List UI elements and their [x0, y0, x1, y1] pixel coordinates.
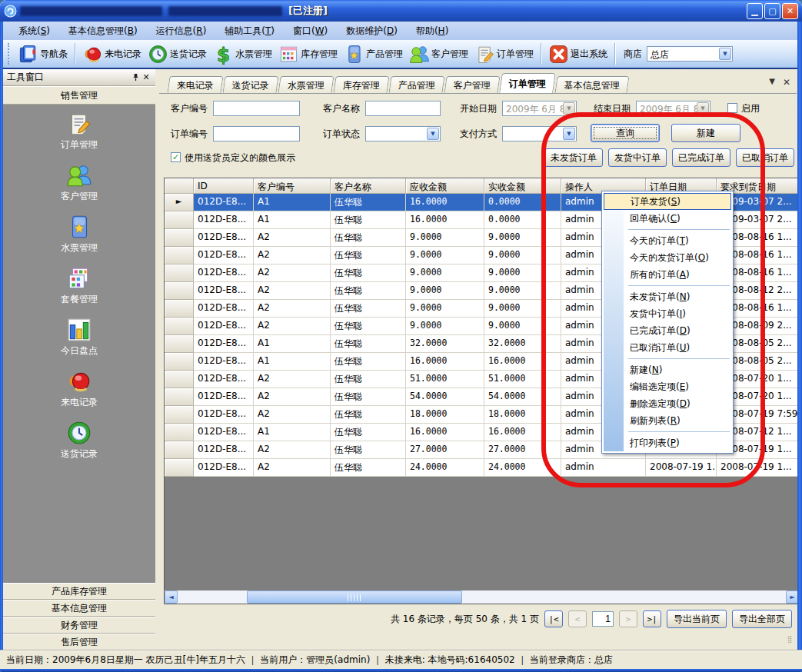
row-selector[interactable]: [165, 441, 194, 459]
close-button[interactable]: ✕: [782, 3, 798, 19]
menubar-item[interactable]: 系统(S): [9, 22, 59, 40]
menubar-item[interactable]: 帮助(H): [407, 22, 458, 40]
pay-method-select[interactable]: ▼: [502, 126, 577, 141]
end-date-picker[interactable]: 2009年 6月 8日 ▼: [636, 101, 710, 116]
first-page-button[interactable]: |<: [544, 610, 563, 627]
context-menu-item[interactable]: 未发货订单(N): [604, 288, 731, 305]
context-menu-item[interactable]: 回单确认(C): [604, 210, 731, 227]
row-selector[interactable]: ►: [165, 194, 194, 211]
pin-icon[interactable]: [130, 72, 141, 83]
tab-3[interactable]: 水票管理: [278, 76, 334, 93]
tab-5[interactable]: 产品管理: [388, 76, 444, 93]
row-selector[interactable]: [165, 318, 194, 335]
chevron-down-icon[interactable]: ▼: [563, 102, 575, 115]
sidebar-section[interactable]: 财务管理: [3, 617, 155, 634]
minimize-button[interactable]: ▁: [747, 3, 763, 19]
export-current-page-button[interactable]: 导出当前页: [667, 610, 727, 628]
toolbar-button-1[interactable]: 导航条: [15, 42, 71, 66]
row-selector[interactable]: [165, 353, 194, 371]
chevron-down-icon[interactable]: ▼: [427, 128, 439, 140]
toolbar-button-3[interactable]: 送货记录: [145, 42, 210, 66]
row-selector[interactable]: [165, 229, 194, 247]
export-all-pages-button[interactable]: 导出全部页: [732, 610, 792, 628]
new-button[interactable]: 新建: [671, 124, 740, 142]
menubar-item[interactable]: 运行信息(R): [147, 22, 216, 40]
chevron-down-icon[interactable]: ▼: [719, 48, 731, 60]
sidebar-section[interactable]: 产品库存管理: [3, 583, 155, 600]
toolbar-button-6[interactable]: 产品管理: [341, 42, 406, 66]
grid-column-header[interactable]: 客户编号: [254, 178, 331, 194]
maximize-button[interactable]: ▢: [764, 3, 780, 19]
order-no-input[interactable]: [213, 126, 300, 141]
context-menu-item[interactable]: 新建(N): [604, 361, 731, 378]
sidebar-item[interactable]: 今日盘点: [61, 317, 98, 358]
row-selector[interactable]: [165, 300, 194, 318]
status-filter-button-3[interactable]: 已完成订单: [672, 148, 730, 167]
tab-2[interactable]: 送货记录: [222, 76, 278, 93]
chevron-down-icon[interactable]: ▼: [563, 128, 575, 140]
status-filter-button-4[interactable]: 已取消订单: [736, 148, 794, 167]
context-menu-item[interactable]: 今天的发货订单(O): [604, 249, 731, 266]
menubar-item[interactable]: 辅助工具(T): [215, 22, 284, 40]
context-menu-item[interactable]: 已完成订单(D): [604, 322, 731, 339]
table-row[interactable]: 012D-E8...A2伍华聪24.000024.0000admin2008-0…: [165, 459, 800, 477]
context-menu-item[interactable]: 订单发货(S): [604, 193, 731, 210]
context-menu-item[interactable]: 发货中订单(I): [604, 305, 731, 322]
tab-4[interactable]: 库存管理: [333, 76, 389, 93]
sidebar-item[interactable]: 套餐管理: [61, 265, 98, 306]
row-selector[interactable]: [165, 335, 194, 353]
menubar-item[interactable]: 数据维护(D): [337, 22, 407, 40]
close-panel-icon[interactable]: ✕: [141, 72, 151, 83]
tab-6[interactable]: 客户管理: [444, 76, 500, 93]
customer-name-input[interactable]: [365, 101, 441, 116]
row-selector[interactable]: [165, 459, 194, 477]
shop-select[interactable]: 总店 ▼: [647, 46, 733, 62]
last-page-button[interactable]: >|: [643, 610, 661, 627]
row-selector[interactable]: [165, 371, 194, 388]
next-page-button[interactable]: >: [619, 610, 637, 627]
toolbar-button-2[interactable]: 来电记录: [79, 42, 145, 66]
context-menu-item[interactable]: 已取消订单(U): [604, 339, 731, 356]
tab-close-icon[interactable]: ✕: [783, 77, 790, 88]
chevron-down-icon[interactable]: ▼: [697, 102, 709, 115]
start-date-picker[interactable]: 2009年 6月 8日 ▼: [502, 101, 577, 116]
sidebar-section[interactable]: 基本信息管理: [3, 600, 155, 617]
toolbar-grip[interactable]: [8, 43, 12, 65]
context-menu-item[interactable]: 所有的订单(A): [604, 266, 731, 283]
context-menu-item[interactable]: 删除选定项(D): [604, 395, 731, 412]
grid-column-header[interactable]: ID: [194, 178, 254, 194]
toolbar-button-7[interactable]: 客户管理: [406, 42, 471, 66]
tab-8[interactable]: 基本信息管理: [554, 76, 629, 93]
row-selector[interactable]: [165, 264, 194, 282]
context-menu-item[interactable]: 今天的订单(T): [604, 232, 731, 249]
toolbar-button-8[interactable]: 订单管理: [471, 42, 537, 66]
horizontal-scrollbar[interactable]: ◄ ►: [165, 590, 799, 604]
sidebar-item[interactable]: 来电记录: [61, 368, 98, 409]
row-selector[interactable]: [165, 406, 194, 424]
sidebar-item[interactable]: 送货记录: [61, 420, 98, 461]
sidebar-section[interactable]: 售后管理: [3, 634, 155, 650]
prev-page-button[interactable]: <: [568, 610, 587, 627]
sidebar-item[interactable]: 客户管理: [61, 162, 98, 203]
row-selector[interactable]: [165, 247, 194, 264]
row-selector[interactable]: [165, 282, 194, 300]
row-selector[interactable]: [165, 424, 194, 441]
sidebar-section-sales[interactable]: 销售管理: [3, 86, 155, 105]
scrollbar-thumb[interactable]: [247, 590, 462, 604]
sidebar-item[interactable]: 水票管理: [61, 214, 98, 254]
toolbar-button-9[interactable]: 退出系统: [545, 42, 611, 66]
menubar-item[interactable]: 窗口(W): [284, 22, 337, 40]
context-menu-item[interactable]: 打印列表(P): [604, 434, 731, 451]
toolbar-button-5[interactable]: 库存管理: [275, 42, 341, 66]
query-button[interactable]: 查询: [591, 124, 660, 142]
enable-checkbox[interactable]: [727, 103, 737, 113]
grid-column-header[interactable]: 应收金额: [406, 178, 484, 194]
row-selector[interactable]: [165, 388, 194, 406]
color-display-checkbox[interactable]: ✓: [171, 152, 181, 162]
grid-column-header[interactable]: 客户名称: [331, 178, 406, 194]
tab-list-dropdown-icon[interactable]: ▼: [769, 77, 775, 88]
grid-column-header[interactable]: 实收金额: [484, 178, 561, 194]
scroll-left-icon[interactable]: ◄: [165, 590, 178, 604]
status-filter-button-1[interactable]: 未发货订单: [544, 148, 603, 167]
menubar-item[interactable]: 基本信息管理(B): [59, 22, 147, 40]
